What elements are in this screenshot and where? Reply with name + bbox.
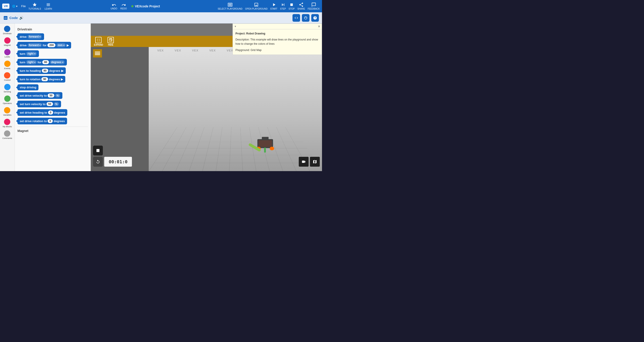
expand-icon <box>95 37 102 43</box>
category-my-blocks[interactable]: My Blocks <box>3 119 12 128</box>
reset-button[interactable] <box>93 157 103 167</box>
toolbar: VR 🌐 ▾ File TUTORIALS LEARN UNDO REDO VE… <box>0 0 322 12</box>
code-header: </> Code 🔊 <box>0 12 322 24</box>
block-row-set-drive-heading: set drive heading to 0 degrees <box>18 109 88 116</box>
bottom-controls <box>93 146 103 167</box>
hamburger-line-2 <box>95 53 100 54</box>
br-top-row <box>299 157 320 167</box>
block-row-turn-to-heading: turn to heading 90 degrees ▶ <box>18 67 88 74</box>
camera-button[interactable] <box>299 157 308 167</box>
toolbar-right: SELECT PLAYGROUND OPEN PLAYGROUND START … <box>218 2 320 10</box>
code-tab[interactable]: </> Code 🔊 <box>3 16 24 20</box>
block-drive-forward[interactable]: drive forward ▾ <box>18 33 44 40</box>
block-turn-right-90[interactable]: turn right ▾ for 90 degrees ▾ <box>18 59 67 66</box>
variables-label: Variables <box>3 114 12 116</box>
block-drive-forward-200[interactable]: drive forward ▾ for 200 mm ▾ ▶ <box>18 42 71 48</box>
open-playground-button[interactable]: OPEN PLAYGROUND <box>245 2 268 10</box>
3d-grid <box>149 127 322 171</box>
info-playground: Playground: Grid Map <box>236 48 319 52</box>
my-blocks-dot <box>4 119 10 125</box>
playground-overlay: EXPAND HIDE ACTIVITIES ✕ CLOSE <box>91 36 322 171</box>
info-title: Project: Robot Drawing <box>236 32 319 36</box>
section-divider <box>18 126 88 127</box>
block-turn-to-heading[interactable]: turn to heading 90 degrees ▶ <box>18 67 66 74</box>
learn-button[interactable]: LEARN <box>44 2 52 10</box>
hide-button[interactable]: HIDE <box>108 37 114 46</box>
block-set-drive-velocity[interactable]: set drive velocity to 50 % <box>18 92 62 99</box>
vex-label-1: VEX <box>157 49 164 52</box>
block-row-set-turn-velocity: set turn velocity to 50 % <box>18 101 88 107</box>
code-header-right <box>292 14 319 22</box>
control-label: Control <box>4 79 10 81</box>
category-comments[interactable]: Comments <box>2 130 12 139</box>
block-turn-to-rotation[interactable]: turn to rotation 90 degrees ▶ <box>18 76 65 82</box>
project-status-dot <box>131 5 134 8</box>
hamburger-line-3 <box>95 54 100 55</box>
events-label: Events <box>4 67 10 70</box>
help-button[interactable] <box>311 14 319 22</box>
brain-button[interactable] <box>302 14 310 22</box>
magnet-section-title: Magnet <box>18 129 88 133</box>
workspace[interactable]: when started The pen set to "DOWN" will … <box>91 24 322 171</box>
blocks-panel: Drivetrain drive forward ▾ drive forward… <box>15 24 91 171</box>
info-popup-close[interactable]: ✕ <box>318 24 320 28</box>
sound-icon[interactable]: 🔊 <box>19 16 24 20</box>
stop-sim-button[interactable] <box>93 146 103 156</box>
svg-rect-8 <box>264 148 266 152</box>
category-magnet[interactable]: Magnet <box>4 37 10 46</box>
drivetrain-label: Drivetrain <box>3 32 12 35</box>
vex-label-5: VEX <box>226 49 233 52</box>
looks-dot <box>4 49 10 55</box>
block-row-set-drive-velocity: set drive velocity to 50 % <box>18 92 88 99</box>
feedback-button[interactable]: FEEDBACK <box>308 2 320 10</box>
redo-button[interactable]: REDO <box>120 3 127 10</box>
stop-button[interactable]: STOP <box>289 2 295 10</box>
map-button[interactable] <box>310 157 320 167</box>
category-looks[interactable]: Looks <box>4 49 10 58</box>
category-operators[interactable]: Operators <box>3 96 12 104</box>
file-menu[interactable]: File <box>21 4 26 8</box>
share-button[interactable]: SHARE <box>298 2 305 10</box>
info-popup-header: ▼ ✕ <box>233 24 322 29</box>
categories-sidebar: Drivetrain Magnet Looks Events Control S… <box>0 24 15 171</box>
block-set-drive-heading[interactable]: set drive heading to 0 degrees <box>18 109 67 116</box>
3d-view: VEX VEX VEX VEX VEX VEX VEX VEX VEX <box>149 47 322 171</box>
block-set-drive-rotation[interactable]: set drive rotation to 0 degrees <box>18 118 67 124</box>
operators-label: Operators <box>3 102 12 104</box>
my-blocks-label: My Blocks <box>3 126 12 128</box>
bottom-right-controls <box>299 157 320 167</box>
vex-label-3: VEX <box>192 49 198 52</box>
undo-button[interactable]: UNDO <box>111 3 117 10</box>
variables-dot <box>4 107 10 114</box>
category-sensing[interactable]: Sensing <box>4 84 11 93</box>
vr-logo[interactable]: VR <box>2 4 10 9</box>
category-drivetrain[interactable]: Drivetrain <box>3 26 12 35</box>
tutorials-button[interactable]: TUTORIALS <box>28 2 41 10</box>
start-button[interactable]: START <box>270 2 278 10</box>
block-set-turn-velocity[interactable]: set turn velocity to 50 % <box>18 101 61 107</box>
hamburger-menu[interactable] <box>93 49 102 58</box>
block-row-drive-forward: drive forward ▾ <box>18 33 88 40</box>
block-turn-right[interactable]: turn right ▾ <box>18 50 39 57</box>
block-row-turn-right-90: turn right ▾ for 90 degrees ▾ <box>18 59 88 66</box>
category-events[interactable]: Events <box>4 60 10 70</box>
hide-icon <box>108 37 114 43</box>
comments-label: Comments <box>2 137 12 139</box>
select-playground-button[interactable]: SELECT PLAYGROUND <box>218 2 242 10</box>
svg-point-2 <box>304 16 307 19</box>
block-stop-driving[interactable]: stop driving <box>18 84 38 90</box>
main-area: Drivetrain Magnet Looks Events Control S… <box>0 24 322 171</box>
category-control[interactable]: Control <box>4 72 10 81</box>
code-view-button[interactable] <box>292 14 300 22</box>
globe-button[interactable]: 🌐 ▾ <box>12 5 18 8</box>
vex-label-2: VEX <box>175 49 181 52</box>
info-popup-content: Project: Robot Drawing Description: This… <box>233 29 322 54</box>
block-row-stop-driving: stop driving <box>18 84 88 90</box>
info-description: Description: This example will draw line… <box>236 38 319 46</box>
block-row-turn-to-rotation: turn to rotation 90 degrees ▶ <box>18 76 88 82</box>
magnet-label: Magnet <box>4 44 10 46</box>
step-button[interactable]: STEP <box>280 2 286 10</box>
expand-button[interactable]: EXPAND <box>94 37 103 46</box>
category-variables[interactable]: Variables <box>3 107 12 116</box>
comments-dot <box>4 130 10 137</box>
